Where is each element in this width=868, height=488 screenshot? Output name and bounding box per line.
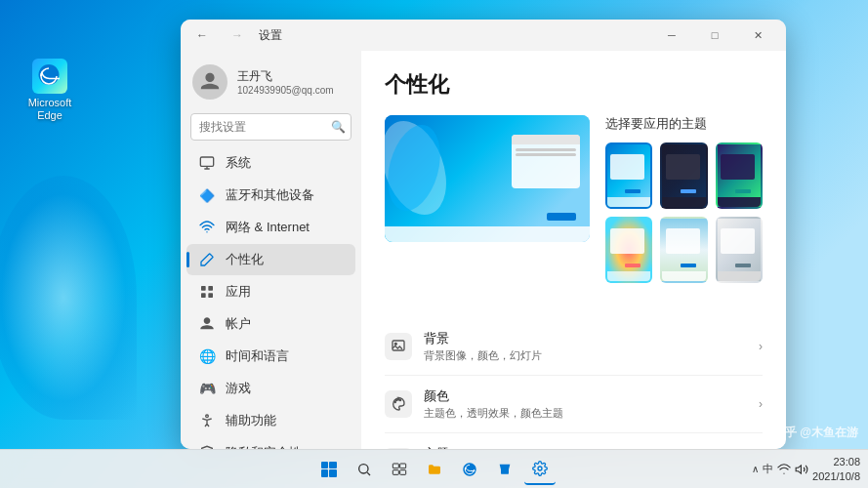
theme-section: 选择要应用的主题 — [385, 115, 763, 303]
theme-thumb-btn-3 — [735, 189, 751, 193]
sidebar-nav: 系统 🔷 蓝牙和其他设备 网络 & Internet — [181, 146, 361, 449]
settings-item-background[interactable]: 背景 背景图像，颜色，幻灯片 › — [385, 318, 763, 376]
theme-thumb-btn-2 — [681, 189, 696, 193]
desktop: Microsoft Edge ← → 设置 ─ □ ✕ — [0, 0, 868, 488]
preview-window-line-1 — [516, 148, 576, 151]
sidebar-item-system[interactable]: 系统 — [186, 147, 355, 179]
desktop-icon-edge[interactable]: Microsoft Edge — [16, 59, 84, 122]
theme-thumb-btn-6 — [735, 264, 751, 267]
theme-thumb-btn-4 — [625, 264, 641, 267]
tray-network-icon — [777, 463, 791, 476]
preview-window-mock — [512, 135, 580, 188]
gaming-icon: 🎮 — [198, 380, 216, 397]
theme-thumb-taskbar-5 — [662, 271, 705, 281]
user-profile[interactable]: 王丹飞 1024939905@qq.com — [181, 51, 361, 109]
avatar — [192, 64, 227, 100]
start-button[interactable] — [313, 454, 345, 485]
settings-items-list: 背景 背景图像，颜色，幻灯片 › 颜色 — [385, 318, 763, 449]
sidebar-label-gaming: 游戏 — [226, 380, 251, 397]
svg-rect-0 — [200, 157, 213, 166]
theme-thumb-3[interactable] — [716, 142, 763, 209]
background-icon — [385, 333, 412, 360]
sidebar-item-gaming[interactable]: 🎮 游戏 — [186, 373, 355, 404]
colors-title: 颜色 — [424, 387, 563, 405]
theme-thumb-taskbar-6 — [718, 271, 761, 281]
svg-rect-2 — [208, 286, 213, 291]
search-input[interactable] — [190, 113, 351, 141]
sidebar-item-privacy[interactable]: 隐私和安全性 — [186, 437, 355, 449]
colors-icon — [385, 390, 412, 418]
sidebar-item-personalization[interactable]: 个性化 — [186, 244, 355, 275]
taskbar-settings-button[interactable] — [524, 454, 556, 485]
background-title: 背景 — [424, 330, 542, 347]
theme-thumb-window-5 — [666, 228, 700, 254]
edge-icon-label: Microsoft Edge — [16, 97, 84, 122]
theme-grid-section: 选择要应用的主题 — [605, 115, 763, 303]
bluetooth-icon: 🔷 — [198, 186, 216, 204]
maximize-button[interactable]: □ — [694, 21, 735, 49]
settings-item-colors-left: 颜色 主题色，透明效果，颜色主题 — [385, 387, 563, 421]
sidebar-item-network[interactable]: 网络 & Internet — [186, 212, 355, 243]
sidebar-label-accessibility: 辅助功能 — [226, 412, 276, 429]
sidebar-label-system: 系统 — [226, 154, 251, 172]
svg-point-20 — [538, 467, 542, 470]
minimize-button[interactable]: ─ — [651, 21, 692, 49]
taskbar-edge-button[interactable] — [454, 454, 485, 485]
preview-button-mock — [547, 213, 576, 221]
nav-back-button[interactable]: ← — [188, 21, 216, 49]
svg-rect-1 — [201, 286, 206, 291]
taskbar-date: 2021/10/8 — [812, 469, 860, 483]
close-button[interactable]: ✕ — [737, 21, 778, 49]
sidebar-item-accessibility[interactable]: 辅助功能 — [186, 405, 355, 436]
main-content: 个性化 — [361, 51, 786, 449]
settings-item-colors[interactable]: 颜色 主题色，透明效果，颜色主题 › — [385, 376, 763, 433]
nav-forward-button[interactable]: → — [224, 21, 251, 49]
background-desc: 背景图像，颜色，幻灯片 — [424, 348, 542, 363]
taskbar-right: ∧ 中 23:08 2021/10/8 — [752, 455, 860, 483]
theme-thumb-taskbar-4 — [607, 271, 650, 281]
taskbar-store-button[interactable] — [489, 454, 520, 485]
svg-rect-18 — [393, 469, 398, 474]
background-chevron: › — [759, 340, 763, 353]
preview-window-bar — [512, 135, 580, 144]
tray-hide-icon[interactable]: ∧ — [752, 464, 759, 474]
preview-window-line-2 — [516, 153, 576, 156]
settings-item-themes[interactable]: 主题 安装，创建，管理 › — [385, 433, 763, 449]
sidebar-item-apps[interactable]: 应用 — [186, 276, 355, 307]
theme-thumb-window-6 — [721, 228, 755, 254]
sidebar-item-accounts[interactable]: 帐户 — [186, 308, 355, 340]
svg-point-9 — [394, 343, 396, 345]
theme-thumb-4[interactable] — [605, 217, 652, 283]
theme-thumb-window-1 — [610, 154, 644, 180]
tray-volume-icon — [795, 463, 808, 476]
preview-taskbar-mock — [385, 226, 590, 242]
sidebar-label-time: 时间和语言 — [226, 347, 289, 365]
accessibility-icon — [198, 412, 216, 429]
taskbar-explorer-button[interactable] — [419, 454, 450, 485]
window-body: 王丹飞 1024939905@qq.com 🔍 系统 — [181, 51, 786, 449]
windows-logo — [321, 462, 337, 477]
theme-thumb-taskbar-3 — [718, 197, 761, 207]
settings-item-background-left: 背景 背景图像，颜色，幻灯片 — [385, 330, 542, 363]
theme-thumb-2[interactable] — [660, 142, 707, 209]
taskbar: ∧ 中 23:08 2021/10/8 — [0, 449, 868, 488]
user-name: 王丹飞 — [237, 68, 350, 85]
svg-point-13 — [399, 399, 400, 400]
taskbar-search-button[interactable] — [349, 454, 380, 485]
theme-preview-large — [385, 115, 590, 242]
edge-icon — [32, 59, 67, 94]
svg-rect-16 — [393, 464, 398, 468]
theme-thumb-1[interactable] — [605, 142, 652, 209]
titlebar-left: ← → 设置 — [188, 21, 282, 49]
section-theme-label: 选择要应用的主题 — [605, 115, 763, 133]
svg-rect-17 — [399, 464, 405, 468]
page-title: 个性化 — [385, 70, 763, 100]
sidebar-item-time[interactable]: 🌐 时间和语言 — [186, 341, 355, 372]
theme-thumb-window-2 — [666, 154, 700, 180]
sidebar-item-bluetooth[interactable]: 🔷 蓝牙和其他设备 — [186, 180, 355, 211]
taskbar-taskview-button[interactable] — [384, 454, 415, 485]
theme-thumb-window-3 — [721, 154, 755, 180]
theme-thumb-6[interactable] — [716, 217, 763, 283]
svg-marker-21 — [796, 465, 801, 472]
theme-thumb-5[interactable] — [660, 217, 707, 283]
